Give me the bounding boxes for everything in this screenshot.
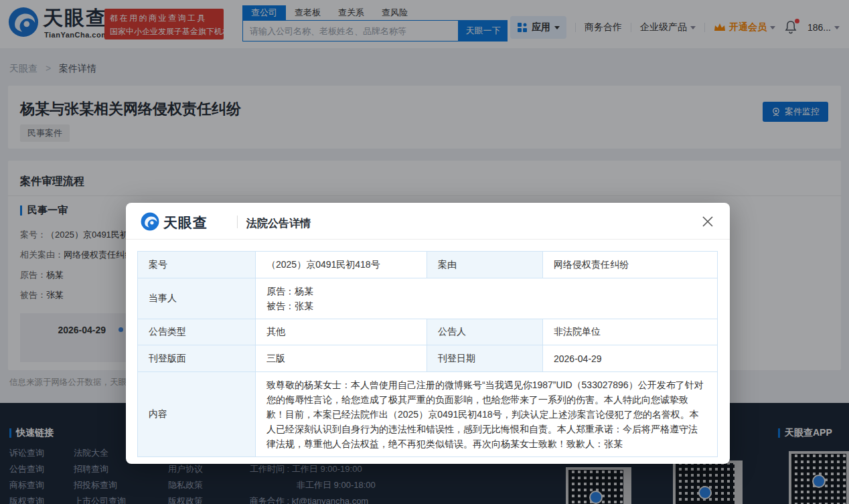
modal-header: 天眼查 法院公告详情: [126, 203, 730, 240]
type-value: 其他: [256, 319, 427, 345]
content-label: 内容: [138, 372, 256, 457]
party-label: 当事人: [138, 278, 256, 319]
court-announcement-modal: 天眼查 法院公告详情 案号 （2025）京0491民初418号 案由 网络侵权责…: [126, 203, 730, 464]
modal-title: 法院公告详情: [246, 217, 311, 231]
divider: [237, 216, 238, 228]
party-plaintiff: 原告：杨某: [266, 284, 706, 299]
table-row: 当事人 原告：杨某 被告：张某: [138, 278, 718, 319]
page: 天眼查 TianYanCha.com 都在用的商业查询工具 国家中小企业发展子基…: [0, 0, 849, 504]
table-row: 案号 （2025）京0491民初418号 案由 网络侵权责任纠纷: [138, 252, 718, 278]
content-value: 致尊敬的杨某女士：本人曾使用自己注册的微博账号“当我遇见你1987”UID（53…: [256, 372, 718, 457]
tianyancha-logo-icon: [141, 212, 159, 231]
caseno-value: （2025）京0491民初418号: [256, 252, 427, 278]
pubdate-value: 2026-04-29: [543, 345, 718, 372]
close-button[interactable]: [700, 214, 715, 229]
announcer-value: 非法院单位: [543, 319, 718, 345]
table-row: 刊登版面 三版 刊登日期 2026-04-29: [138, 345, 718, 372]
caseno-label: 案号: [138, 252, 256, 278]
party-value: 原告：杨某 被告：张某: [256, 278, 718, 319]
announcement-table: 案号 （2025）京0491民初418号 案由 网络侵权责任纠纷 当事人 原告：…: [137, 251, 718, 457]
table-row: 内容 致尊敬的杨某女士：本人曾使用自己注册的微博账号“当我遇见你1987”UID…: [138, 372, 718, 457]
close-icon: [700, 214, 715, 229]
party-defendant: 被告：张某: [266, 299, 706, 313]
cause-value: 网络侵权责任纠纷: [543, 252, 718, 278]
layout-value: 三版: [256, 345, 427, 372]
layout-label: 刊登版面: [138, 345, 256, 372]
cause-label: 案由: [427, 252, 543, 278]
table-row: 公告类型 其他 公告人 非法院单位: [138, 319, 718, 345]
modal-brand: 天眼查: [163, 214, 208, 232]
announcer-label: 公告人: [427, 319, 543, 345]
pubdate-label: 刊登日期: [427, 345, 543, 372]
type-label: 公告类型: [138, 319, 256, 345]
